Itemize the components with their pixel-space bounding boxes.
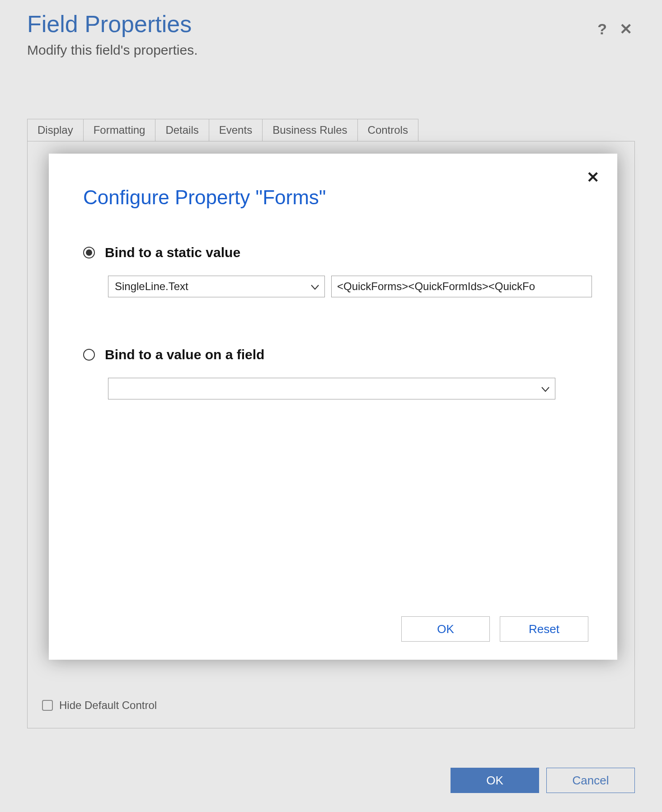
footer-buttons: OK Cancel [451,768,635,793]
cancel-button[interactable]: Cancel [546,768,635,793]
modal-ok-button[interactable]: OK [401,616,490,642]
option-field-label: Bind to a value on a field [105,347,264,362]
hide-default-checkbox[interactable] [42,700,53,711]
radio-bind-static[interactable] [83,247,95,258]
close-icon[interactable]: ✕ [620,21,632,37]
modal-close-icon[interactable]: ✕ [587,168,599,186]
tab-controls[interactable]: Controls [357,119,418,141]
radio-bind-field[interactable] [83,349,95,361]
tab-display[interactable]: Display [27,119,84,141]
option-field-controls [108,378,592,399]
static-type-select[interactable]: SingleLine.Text [108,276,325,297]
option-static-label: Bind to a static value [105,245,240,260]
modal-footer: OK Reset [74,616,592,642]
option-static-controls: SingleLine.Text [108,276,592,297]
modal-title: Configure Property "Forms" [83,186,592,209]
header-text: Field Properties Modify this field's pro… [27,11,597,58]
page-subtitle: Modify this field's properties. [27,42,597,58]
ok-button[interactable]: OK [451,768,539,793]
hide-default-row: Hide Default Control [42,699,157,712]
header-icons: ? ✕ [597,11,635,37]
static-value-input[interactable] [331,276,592,297]
tab-events[interactable]: Events [209,119,263,141]
configure-property-modal: ✕ Configure Property "Forms" Bind to a s… [49,154,617,660]
field-select[interactable] [108,378,555,399]
header: Field Properties Modify this field's pro… [27,11,635,58]
chevron-down-icon [311,280,319,293]
option-bind-field: Bind to a value on a field [74,347,592,399]
hide-default-label: Hide Default Control [59,699,157,712]
help-icon[interactable]: ? [597,21,607,37]
option-field-header[interactable]: Bind to a value on a field [83,347,592,362]
tab-details[interactable]: Details [155,119,209,141]
option-bind-static: Bind to a static value SingleLine.Text [74,245,592,297]
tab-strip: Display Formatting Details Events Busine… [27,119,635,141]
chevron-down-icon [541,382,549,395]
tab-business-rules[interactable]: Business Rules [262,119,357,141]
tab-formatting[interactable]: Formatting [83,119,156,141]
option-static-header[interactable]: Bind to a static value [83,245,592,260]
modal-reset-button[interactable]: Reset [500,616,588,642]
static-type-select-value: SingleLine.Text [115,280,188,293]
page-title: Field Properties [27,11,597,37]
